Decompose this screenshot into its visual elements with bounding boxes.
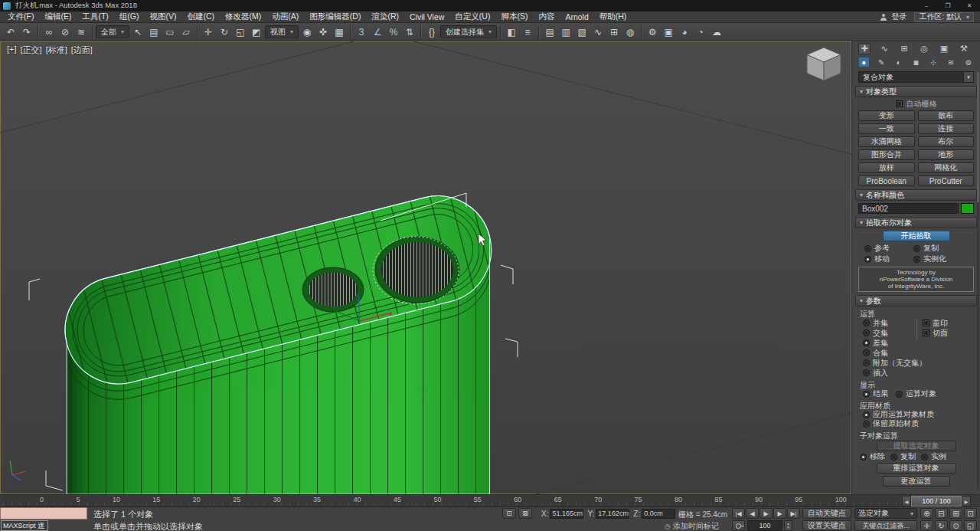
menu-item[interactable]: 渲染(R) [366,11,404,22]
rollout-name-color[interactable]: ▾ 名称和颜色 [855,189,977,201]
next-frame-arrow[interactable]: ▶ [962,496,971,506]
key-filters-button[interactable]: 关键点过滤器... [854,520,917,531]
object-type-button[interactable]: 散布 [918,110,975,121]
menu-item[interactable]: 工具(T) [77,11,113,22]
close-button[interactable]: ✕ [959,0,980,11]
lighter-model[interactable] [57,191,501,494]
reference-coordinate-dropdown[interactable]: 视图 [265,25,299,38]
create-tab[interactable]: ✚ [858,43,871,54]
go-to-start-button[interactable]: |◀ [732,508,745,519]
material-editor-icon[interactable]: ◍ [622,25,638,40]
set-key-button[interactable]: 设置关键点 [802,520,851,531]
viewport-label-segment[interactable]: [标准] [46,44,67,56]
menu-item[interactable]: 创建(C) [182,11,220,22]
extract-mode-radio[interactable]: 复制 [890,452,916,461]
object-type-button[interactable]: 放样 [858,162,915,173]
spinner-snap-icon[interactable]: ⇅ [402,25,417,40]
selection-filter-dropdown[interactable]: 全部 [96,25,129,38]
rollout-object-type[interactable]: ▾ 对象类型 [855,86,977,97]
menu-item[interactable]: Arnold [560,12,593,21]
render-production-icon[interactable]: ◕ [677,25,692,40]
operation-radio[interactable]: 附加（无交集） [863,358,980,368]
window-crossing-icon[interactable]: ▱ [178,25,194,40]
reorder-operands-button[interactable]: 重排运算对象 [877,463,956,474]
set-key-toggle[interactable] [732,520,745,531]
select-and-place-icon[interactable]: ◩ [249,25,264,40]
change-operation-button[interactable]: 更改运算 [883,476,950,487]
maximize-button[interactable]: ❐ [937,0,959,11]
select-and-rotate-icon[interactable]: ↻ [217,25,232,40]
schematic-view-icon[interactable]: ⊞ [606,25,622,40]
fov-icon[interactable]: ⊙ [949,520,962,531]
pick-mode-radio[interactable]: 移动 [864,254,912,264]
viewport[interactable]: [+][正交][标准][边面] [0,41,851,494]
scene-explorer-icon[interactable]: ▤ [542,25,557,40]
menu-item[interactable]: 自定义(U) [449,11,495,22]
rollout-parameters[interactable]: ▾ 参数 [855,295,977,306]
add-time-tag[interactable]: ◷ 添加时间标记 [665,521,719,531]
display-tab[interactable]: ▣ [938,43,950,54]
ribbon-toggle-icon[interactable]: ▧ [574,25,590,40]
select-and-link-icon[interactable]: ∞ [41,25,57,40]
helpers-category[interactable]: ⊹ [928,57,939,67]
start-picking-button[interactable]: 开始拾取 [883,231,950,241]
edit-named-sets-icon[interactable]: {} [424,25,439,40]
menu-item[interactable]: 动画(A) [266,11,304,22]
operation-radio[interactable]: 合集 [863,348,980,358]
pick-mode-radio[interactable]: 实例化 [913,254,980,264]
select-and-move-icon[interactable]: ✛ [201,25,216,40]
object-color-swatch[interactable] [961,203,974,214]
auto-key-button[interactable]: 自动关键点 [802,508,851,519]
operation-checkbox[interactable]: 切面 [923,328,948,338]
menu-item[interactable]: 脚本(S) [495,11,533,22]
zoom-icon[interactable]: ⊕ [920,508,933,519]
curve-editor-icon[interactable]: ∿ [590,25,606,40]
previous-frame-button[interactable]: ◀ [746,508,759,519]
rendered-frame-icon[interactable]: ▣ [661,25,676,40]
undo-icon[interactable]: ↶ [3,25,18,40]
minimize-button[interactable]: – [916,0,937,11]
time-slider-handle[interactable]: 100 / 100 [911,496,962,506]
play-button[interactable]: ▶ [760,508,773,519]
layer-explorer-icon[interactable]: ▥ [558,25,573,40]
x-coordinate-field[interactable]: 51.165cm [550,509,583,519]
orbit-icon[interactable]: ↻ [935,520,948,531]
operation-radio[interactable]: 交集 [863,328,980,338]
systems-category[interactable]: ⊚ [962,57,974,67]
object-type-button[interactable]: ProCutter [918,175,975,186]
viewport-label-segment[interactable]: [正交] [21,44,42,56]
object-type-button[interactable]: 布尔 [918,136,975,147]
object-type-button[interactable]: 图形合并 [858,149,915,160]
named-selection-dropdown[interactable]: 创建选择集 [440,25,497,38]
autogrid-checkbox[interactable]: 自动栅格 [852,100,980,108]
selection-lock-icon[interactable]: ⊠ [518,508,532,519]
menu-item[interactable]: 内容 [533,11,560,22]
object-type-button[interactable]: 一致 [858,123,915,134]
lights-category[interactable]: ◐ [893,57,904,67]
select-and-scale-icon[interactable]: ◱ [233,25,248,40]
render-in-cloud-icon[interactable]: ☁ [709,25,724,40]
y-coordinate-field[interactable]: 17.162cm [596,509,629,519]
object-type-button[interactable]: 水滴网格 [858,136,915,147]
operation-radio[interactable]: 插入 [863,368,980,378]
display-mode-radio[interactable]: 运算对象 [896,389,936,398]
frame-spinner[interactable]: ▴▾ [784,520,792,531]
extract-mode-radio[interactable]: 实例 [921,452,946,461]
spacewarps-category[interactable]: ≋ [946,57,957,67]
maximize-viewport-icon[interactable]: ◱ [964,520,977,531]
operation-radio[interactable]: 差集 [863,338,980,348]
select-object-icon[interactable]: ↖ [130,25,145,40]
redo-icon[interactable]: ↷ [19,25,34,40]
zoom-extents-icon[interactable]: ⊞ [949,508,962,519]
material-mode-radio[interactable]: 保留原始材质 [863,419,980,428]
mirror-icon[interactable]: ◧ [504,25,519,40]
render-iterative-icon[interactable]: ◔ [693,25,708,40]
viewport-canvas[interactable] [0,41,851,494]
extract-mode-radio[interactable]: 移除 [860,452,885,461]
keyboard-override-icon[interactable]: ▦ [332,25,347,40]
object-type-button[interactable]: ProBoolean [858,175,915,186]
menu-item[interactable]: 组(G) [114,11,145,22]
go-to-end-button[interactable]: ▶| [787,508,800,519]
view-cube[interactable] [807,48,841,80]
sign-in-button[interactable]: 登录 [891,11,910,22]
